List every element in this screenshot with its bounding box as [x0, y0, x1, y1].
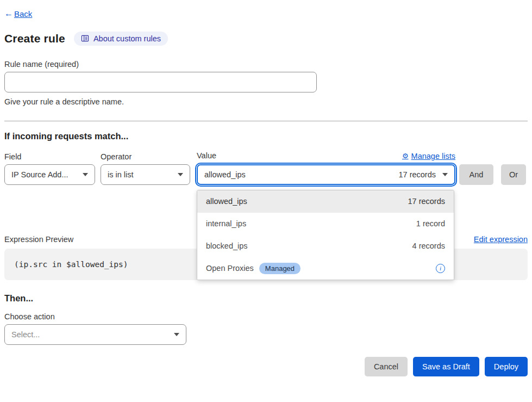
- field-label: Field: [4, 152, 95, 161]
- back-arrow-icon: ←: [4, 9, 13, 18]
- about-custom-rules-link[interactable]: About custom rules: [74, 32, 168, 46]
- page-title: Create rule: [4, 32, 65, 45]
- rule-name-helper: Give your rule a descriptive name.: [4, 97, 528, 106]
- value-column: Value ⚙ Manage lists allowed_ips 17 reco…: [197, 151, 455, 185]
- field-column: Field IP Source Add...: [4, 152, 95, 185]
- book-icon: [81, 35, 89, 42]
- rule-name-label: Rule name (required): [4, 60, 528, 69]
- list-item-meta: 1 record: [416, 219, 445, 228]
- operator-select[interactable]: is in list: [101, 164, 190, 185]
- action-select[interactable]: Select...: [4, 324, 186, 345]
- list-item-name: Open Proxies: [206, 264, 254, 273]
- chevron-down-icon: [174, 333, 179, 336]
- field-select[interactable]: IP Source Add...: [4, 164, 95, 185]
- create-rule-page: ←Back Create rule About custom rules Rul…: [0, 0, 532, 402]
- footer-actions: Cancel Save as Draft Deploy: [4, 357, 528, 376]
- or-button[interactable]: Or: [501, 164, 526, 185]
- operator-column: Operator is in list: [101, 152, 190, 185]
- back-label: Back: [14, 9, 32, 18]
- chevron-down-icon: [442, 173, 448, 176]
- managed-badge: Managed: [259, 263, 301, 274]
- section-divider: [4, 121, 528, 121]
- then-heading: Then...: [4, 293, 528, 304]
- chevron-down-icon: [178, 173, 183, 176]
- title-row: Create rule About custom rules: [4, 32, 528, 46]
- value-select[interactable]: allowed_ips 17 records: [197, 164, 455, 185]
- and-button[interactable]: And: [459, 164, 493, 185]
- value-select-meta: 17 records: [398, 170, 436, 179]
- expression-code: (ip.src in $allowed_ips): [14, 260, 128, 269]
- save-as-draft-button[interactable]: Save as Draft: [413, 357, 479, 376]
- manage-lists-label: Manage lists: [411, 152, 455, 160]
- list-item-meta: 4 records: [412, 242, 445, 250]
- list-item-meta: 17 records: [408, 197, 445, 206]
- value-label: Value: [197, 151, 216, 160]
- list-item-name: blocked_ips: [206, 242, 248, 250]
- chevron-down-icon: [83, 173, 88, 176]
- gear-icon: ⚙: [402, 152, 409, 160]
- value-select-right: 17 records: [398, 170, 448, 179]
- back-link[interactable]: ←Back: [4, 9, 32, 18]
- list-item-allowed-ips[interactable]: allowed_ips 17 records: [197, 190, 454, 213]
- edit-expression-link[interactable]: Edit expression: [474, 235, 528, 244]
- value-select-value: allowed_ips: [204, 170, 246, 179]
- manage-lists-link[interactable]: ⚙ Manage lists: [402, 152, 455, 160]
- cancel-button[interactable]: Cancel: [365, 357, 408, 376]
- about-badge-label: About custom rules: [93, 34, 161, 43]
- operator-select-value: is in list: [108, 170, 134, 179]
- rule-name-input[interactable]: [4, 72, 317, 92]
- edit-expression-label: Edit expression: [474, 235, 528, 244]
- list-item-name: internal_ips: [206, 219, 246, 228]
- deploy-button[interactable]: Deploy: [485, 357, 528, 376]
- list-item-name: allowed_ips: [206, 197, 247, 206]
- operator-label: Operator: [101, 152, 190, 161]
- choose-action-label: Choose action: [4, 312, 528, 321]
- list-item-open-proxies[interactable]: Open Proxies Managed i: [197, 257, 454, 280]
- action-select-placeholder: Select...: [11, 330, 40, 339]
- expression-preview-label: Expression Preview: [4, 235, 73, 244]
- field-select-value: IP Source Add...: [11, 170, 68, 179]
- list-item-blocked-ips[interactable]: blocked_ips 4 records: [197, 235, 454, 257]
- value-dropdown-panel: allowed_ips 17 records internal_ips 1 re…: [197, 190, 454, 280]
- value-header: Value ⚙ Manage lists: [197, 151, 455, 160]
- match-section-heading: If incoming requests match...: [4, 131, 528, 141]
- list-item-internal-ips[interactable]: internal_ips 1 record: [197, 213, 454, 235]
- match-controls-row: Field IP Source Add... Operator is in li…: [4, 151, 528, 185]
- info-icon[interactable]: i: [436, 264, 445, 273]
